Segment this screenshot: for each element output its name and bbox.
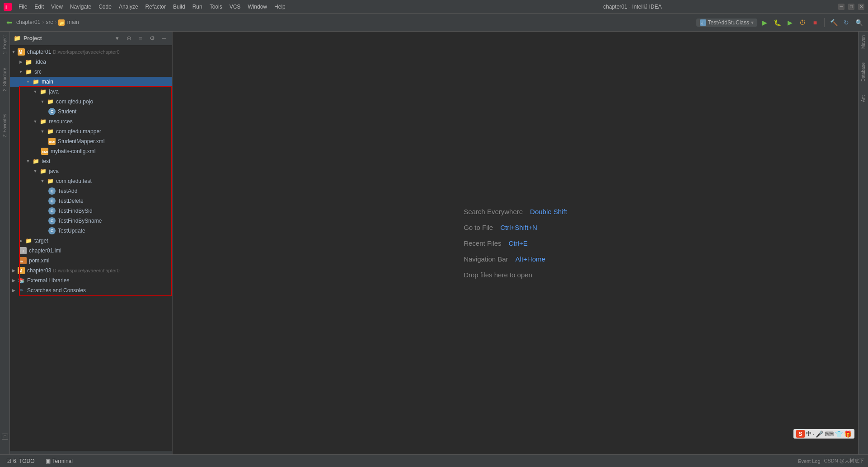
main-content: Search Everywhere Double Shift Go to Fil… bbox=[173, 32, 858, 454]
tree-item-testadd[interactable]: C TestAdd bbox=[10, 186, 172, 196]
tree-item-testfindbysid[interactable]: C TestFindBySid bbox=[10, 206, 172, 216]
breadcrumb-chapter01[interactable]: chapter01 bbox=[16, 19, 40, 25]
menu-file[interactable]: File bbox=[15, 3, 30, 11]
bottom-right: Event Log CSDN @大树底下 bbox=[798, 458, 864, 464]
goto-file-label: Go to File bbox=[464, 224, 493, 231]
label-resources: resources bbox=[49, 118, 169, 125]
tree-item-resources[interactable]: ▼ 📁 resources bbox=[10, 117, 172, 126]
tree-item-testupdate[interactable]: C TestUpdate bbox=[10, 226, 172, 236]
folder-icon-src: 📁 bbox=[24, 68, 33, 75]
tree-item-pom[interactable]: m pom.xml bbox=[10, 256, 172, 266]
panel-dropdown[interactable]: ▾ bbox=[113, 34, 122, 43]
folder-icon-java: 📁 bbox=[39, 88, 47, 95]
menu-help[interactable]: Help bbox=[271, 3, 289, 11]
arrow-extlibs: ▶ bbox=[10, 278, 17, 283]
build-button[interactable]: 🔨 bbox=[828, 17, 839, 28]
folder-icon-idea: 📁 bbox=[24, 58, 33, 65]
shortcut-row-goto: Go to File Ctrl+Shift+N bbox=[464, 224, 567, 231]
tray-gift-icon: 🎁 bbox=[844, 430, 852, 438]
menu-run[interactable]: Run bbox=[189, 3, 206, 11]
window-controls: ─ □ ✕ bbox=[838, 4, 864, 10]
folder-icon-mapper: 📁 bbox=[46, 128, 54, 135]
tree-item-scratches[interactable]: ▶ ✏ Scratches and Consoles bbox=[10, 285, 172, 295]
todo-icon: ☑ bbox=[6, 458, 11, 464]
tree-item-testpkg[interactable]: ▼ 📁 com.qfedu.test bbox=[10, 176, 172, 186]
tree-item-pojo[interactable]: ▼ 📁 com.qfedu.pojo bbox=[10, 97, 172, 107]
todo-button[interactable]: ☑ 6: TODO bbox=[4, 457, 38, 465]
close-button[interactable]: ✕ bbox=[858, 4, 864, 10]
arrow-target: ▶ bbox=[17, 238, 24, 243]
menu-tools[interactable]: Tools bbox=[206, 3, 225, 11]
folder-icon-target: 📁 bbox=[24, 237, 33, 244]
svg-text:m: m bbox=[20, 260, 23, 263]
panel-close[interactable]: ─ bbox=[160, 34, 169, 43]
tree-item-extlibs[interactable]: ▶ 📚 External Libraries bbox=[10, 276, 172, 285]
label-studentmapper: StudentMapper.xml bbox=[58, 138, 169, 145]
tree-item-src[interactable]: ▼ 📁 src bbox=[10, 67, 172, 77]
menu-analyze[interactable]: Analyze bbox=[116, 3, 141, 11]
menu-vcs[interactable]: VCS bbox=[226, 3, 244, 11]
svg-text:I: I bbox=[5, 5, 7, 10]
run-configuration[interactable]: J TestAddStuClass ▾ bbox=[696, 19, 757, 27]
structure-tab[interactable]: 2: Structure bbox=[1, 66, 8, 93]
arrow-testpkg: ▼ bbox=[39, 179, 46, 183]
tree-item-java[interactable]: ▼ 📁 java bbox=[10, 87, 172, 97]
tree-item-main[interactable]: ▼ 📁 main bbox=[10, 77, 172, 87]
breadcrumb-main[interactable]: 📁 main bbox=[58, 19, 79, 26]
menu-window[interactable]: Window bbox=[244, 3, 270, 11]
run-config-dropdown[interactable]: ▾ bbox=[751, 19, 754, 26]
tree-item-chapter01[interactable]: ▼ M chapter01 D:\workspace\javaee\chapte… bbox=[10, 47, 172, 57]
tree-scrollbar[interactable] bbox=[10, 451, 172, 454]
run-button[interactable]: ▶ bbox=[759, 17, 770, 28]
label-pojo: com.qfedu.pojo bbox=[56, 98, 169, 105]
svg-text:📁: 📁 bbox=[59, 20, 65, 26]
menu-edit[interactable]: Edit bbox=[31, 3, 47, 11]
stop-button[interactable]: ■ bbox=[810, 17, 821, 28]
search-everywhere-button[interactable]: 🔍 bbox=[854, 17, 864, 28]
tree-item-chapter03[interactable]: ▶ M chapter03 D:\workspace\javaee\chapte… bbox=[10, 266, 172, 276]
breadcrumb-src[interactable]: src bbox=[46, 19, 53, 25]
project-tab[interactable]: 1: Project bbox=[1, 33, 8, 56]
menu-build[interactable]: Build bbox=[170, 3, 188, 11]
sync-button[interactable]: ↻ bbox=[841, 17, 852, 28]
menu-code[interactable]: Code bbox=[95, 3, 115, 11]
menu-navigate[interactable]: Navigate bbox=[67, 3, 94, 11]
tree-item-target[interactable]: ▶ 📁 target bbox=[10, 236, 172, 246]
terminal-button[interactable]: ▣ Terminal bbox=[43, 457, 75, 465]
panel-add[interactable]: ⊕ bbox=[124, 34, 133, 43]
tree-item-studentmapper[interactable]: XML StudentMapper.xml bbox=[10, 136, 172, 146]
label-chapter03: chapter03 D:\workspace\javaee\chapter0 bbox=[27, 267, 169, 274]
profile-button[interactable]: ⏱ bbox=[797, 17, 808, 28]
terminal-icon: ▣ bbox=[46, 458, 51, 464]
menu-view[interactable]: View bbox=[48, 3, 66, 11]
minimize-button[interactable]: ─ bbox=[838, 4, 845, 10]
minimize-panel-button[interactable]: □ bbox=[2, 434, 8, 440]
favorites-tab-area: 2: Favorites bbox=[1, 112, 8, 139]
maximize-button[interactable]: □ bbox=[848, 4, 854, 10]
tree-item-iml[interactable]: iml chapter01.iml bbox=[10, 246, 172, 256]
tree-item-student[interactable]: C Student bbox=[10, 107, 172, 117]
event-log-label[interactable]: Event Log bbox=[798, 458, 821, 464]
label-iml: chapter01.iml bbox=[29, 248, 169, 254]
panel-collapse[interactable]: ≡ bbox=[136, 34, 145, 43]
database-tab[interactable]: Database bbox=[860, 61, 867, 84]
iml-icon: iml bbox=[19, 247, 27, 254]
menu-refactor[interactable]: Refactor bbox=[142, 3, 169, 11]
panel-settings[interactable]: ⚙ bbox=[148, 34, 157, 43]
tree-item-testjava[interactable]: ▼ 📁 java bbox=[10, 166, 172, 176]
tree-item-test[interactable]: ▼ 📁 test bbox=[10, 156, 172, 166]
tree-item-mybatis[interactable]: XML mybatis-config.xml bbox=[10, 146, 172, 156]
back-button[interactable]: ⬅ bbox=[4, 17, 14, 28]
arrow-idea: ▶ bbox=[17, 60, 24, 64]
svg-rect-0 bbox=[4, 3, 12, 11]
favorites-tab[interactable]: 2: Favorites bbox=[1, 112, 8, 139]
tree-item-testdelete[interactable]: C TestDelete bbox=[10, 196, 172, 206]
debug-button[interactable]: 🐛 bbox=[772, 17, 783, 28]
breadcrumb-sep1: › bbox=[42, 19, 44, 25]
maven-tab[interactable]: Maven bbox=[860, 33, 867, 51]
coverage-button[interactable]: ▶ bbox=[784, 17, 795, 28]
tree-item-testfindbysname[interactable]: C TestFindBySname bbox=[10, 216, 172, 226]
ant-tab[interactable]: Ant bbox=[860, 93, 867, 104]
tree-item-mapper[interactable]: ▼ 📁 com.qfedu.mapper bbox=[10, 126, 172, 136]
tree-item-idea[interactable]: ▶ 📁 .idea bbox=[10, 57, 172, 67]
